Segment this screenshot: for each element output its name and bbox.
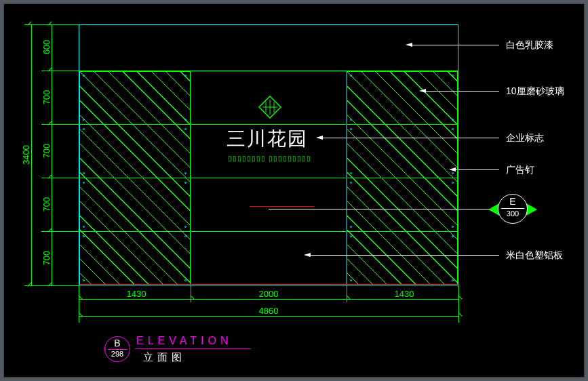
dim-col-mid: 2000 (252, 289, 286, 299)
dim-row4: 700 (41, 245, 52, 272)
fastener-icon (83, 128, 85, 130)
fastener-icon (452, 119, 454, 121)
fastener-icon (83, 182, 85, 184)
fastener-icon (83, 279, 85, 281)
leader-panel (309, 255, 499, 256)
dim-col-right: 1430 (387, 289, 421, 299)
fastener-icon (83, 172, 85, 174)
fastener-icon (83, 226, 85, 228)
label-paint: 白色乳胶漆 (506, 39, 553, 52)
label-nail: 广告钉 (506, 164, 534, 176)
dim-col-left: 1430 (119, 289, 153, 299)
vdim-near (52, 24, 52, 285)
fastener-icon (184, 182, 187, 184)
fastener-icon (452, 279, 454, 281)
dim-row3: 700 (41, 191, 52, 218)
fastener-icon (452, 182, 454, 184)
fastener-icon (83, 75, 85, 77)
fastener-icon (184, 75, 187, 77)
leader-nail (454, 169, 499, 170)
dim-row2: 700 (41, 138, 52, 165)
fastener-icon (350, 279, 352, 281)
fastener-icon (452, 128, 454, 130)
drawing-area: 三川花园 ▯▯▯▯▯▯▯▯ ▯▯▯▯▯▯▯▯▯ (4, 4, 584, 377)
fastener-icon (83, 235, 85, 237)
fastener-icon (350, 75, 352, 77)
dim-total-w: 4860 (252, 306, 286, 316)
fastener-icon (452, 75, 454, 77)
fastener-icon (184, 226, 187, 228)
fastener-icon (184, 235, 187, 237)
label-glass: 10厘磨砂玻璃 (506, 85, 564, 98)
bubble-sheet: 298 (108, 349, 127, 359)
leader-glass (425, 91, 499, 92)
leader-logo (321, 138, 499, 138)
fastener-icon (350, 182, 352, 184)
fastener-icon (350, 128, 352, 130)
hdim-total (79, 316, 458, 317)
label-logo: 企业标志 (506, 132, 544, 144)
section-sheet: 300 (501, 208, 524, 218)
leader-paint (411, 45, 499, 45)
hdim-near (79, 299, 458, 300)
fastener-icon (452, 235, 454, 237)
dim-row-top: 600 (41, 34, 52, 61)
bubble-letter: B (105, 337, 130, 349)
drawing-title-cn: 立面图 (143, 351, 186, 364)
fastener-icon (350, 172, 352, 174)
floor-line (79, 284, 458, 285)
fastener-icon (350, 235, 352, 237)
fastener-icon (184, 172, 187, 174)
fastener-icon (184, 119, 187, 121)
dim-row1: 700 (41, 84, 52, 111)
signage-title: 三川花园 (227, 126, 308, 152)
company-logo-icon (258, 96, 281, 119)
fastener-icon (350, 119, 352, 121)
section-mark-e: E 300 (498, 194, 528, 224)
drawing-title-en: ELEVATION (136, 335, 232, 347)
glass-panel-left (79, 71, 191, 285)
leader-section (269, 209, 492, 209)
red-detail-line (250, 206, 314, 207)
fastener-icon (83, 119, 85, 121)
glass-panel-right (347, 71, 458, 285)
fastener-icon (184, 279, 187, 281)
title-underline (135, 348, 250, 349)
signage-subtitle: ▯▯▯▯▯▯▯▯ ▯▯▯▯▯▯▯▯▯ (228, 155, 311, 162)
vdim-total (31, 24, 32, 285)
fastener-icon (350, 226, 352, 228)
dim-total-h: 3400 (21, 142, 31, 169)
fastener-icon (452, 172, 454, 174)
cad-canvas[interactable]: 三川花园 ▯▯▯▯▯▯▯▯ ▯▯▯▯▯▯▯▯▯ (3, 3, 585, 378)
fastener-icon (452, 226, 454, 228)
fastener-icon (184, 128, 187, 130)
section-letter: E (498, 195, 527, 208)
label-panel: 米白色塑铝板 (506, 249, 563, 262)
